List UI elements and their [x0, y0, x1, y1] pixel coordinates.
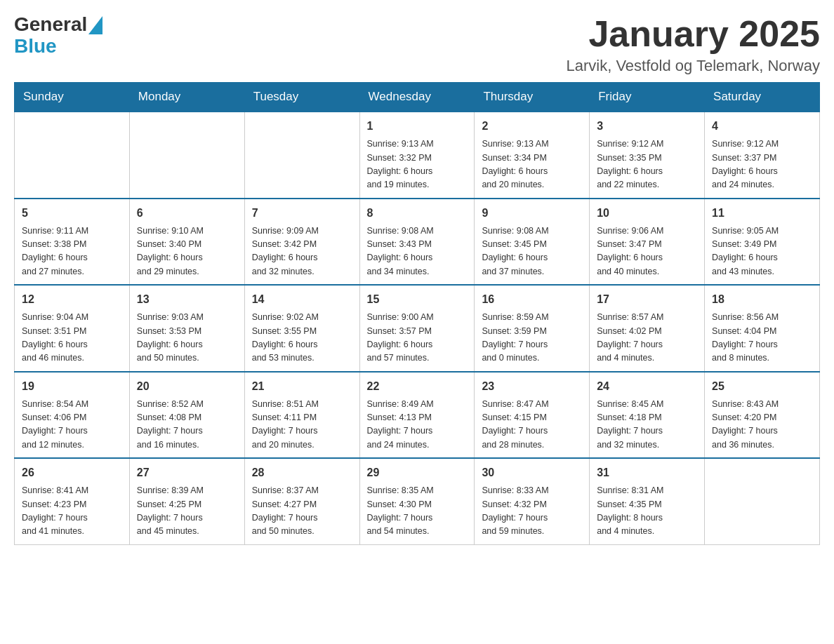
day-number: 19 [22, 378, 122, 395]
svg-marker-0 [88, 16, 102, 34]
day-info: Sunrise: 8:41 AM Sunset: 4:23 PM Dayligh… [22, 484, 122, 539]
calendar-cell: 20Sunrise: 8:52 AM Sunset: 4:08 PM Dayli… [129, 372, 244, 459]
day-info: Sunrise: 8:37 AM Sunset: 4:27 PM Dayligh… [252, 484, 352, 539]
day-number: 29 [367, 464, 468, 481]
day-number: 30 [482, 464, 582, 481]
calendar-cell: 10Sunrise: 9:06 AM Sunset: 3:47 PM Dayli… [590, 199, 705, 286]
day-info: Sunrise: 9:02 AM Sunset: 3:55 PM Dayligh… [252, 311, 352, 365]
day-number: 9 [482, 205, 582, 222]
day-number: 25 [712, 378, 812, 395]
day-info: Sunrise: 9:03 AM Sunset: 3:53 PM Dayligh… [137, 311, 237, 365]
calendar-cell [244, 112, 359, 199]
day-info: Sunrise: 8:33 AM Sunset: 4:32 PM Dayligh… [482, 484, 582, 539]
day-info: Sunrise: 9:13 AM Sunset: 3:34 PM Dayligh… [482, 137, 582, 192]
calendar-cell [705, 458, 820, 544]
day-info: Sunrise: 8:43 AM Sunset: 4:20 PM Dayligh… [712, 398, 812, 452]
day-info: Sunrise: 9:09 AM Sunset: 3:42 PM Dayligh… [252, 224, 352, 279]
day-info: Sunrise: 9:12 AM Sunset: 3:37 PM Dayligh… [712, 137, 812, 192]
day-info: Sunrise: 9:08 AM Sunset: 3:43 PM Dayligh… [367, 224, 468, 279]
day-number: 28 [252, 464, 352, 481]
day-info: Sunrise: 8:31 AM Sunset: 4:35 PM Dayligh… [597, 484, 697, 539]
day-number: 18 [712, 291, 812, 308]
month-title: January 2025 [566, 14, 820, 54]
day-number: 31 [597, 464, 697, 481]
header-saturday: Saturday [705, 83, 820, 112]
header-wednesday: Wednesday [359, 83, 475, 112]
logo-text-blue: Blue [14, 35, 57, 57]
day-info: Sunrise: 8:51 AM Sunset: 4:11 PM Dayligh… [252, 398, 352, 452]
day-number: 26 [22, 464, 122, 481]
week-row-4: 19Sunrise: 8:54 AM Sunset: 4:06 PM Dayli… [15, 372, 820, 459]
day-info: Sunrise: 9:00 AM Sunset: 3:57 PM Dayligh… [367, 311, 468, 365]
calendar-cell: 22Sunrise: 8:49 AM Sunset: 4:13 PM Dayli… [359, 372, 475, 459]
calendar-cell: 1Sunrise: 9:13 AM Sunset: 3:32 PM Daylig… [359, 112, 475, 199]
day-info: Sunrise: 9:10 AM Sunset: 3:40 PM Dayligh… [137, 224, 237, 279]
day-info: Sunrise: 8:39 AM Sunset: 4:25 PM Dayligh… [137, 484, 237, 539]
day-number: 17 [597, 291, 697, 308]
day-info: Sunrise: 8:52 AM Sunset: 4:08 PM Dayligh… [137, 398, 237, 452]
calendar-cell: 28Sunrise: 8:37 AM Sunset: 4:27 PM Dayli… [244, 458, 359, 544]
day-number: 1 [367, 118, 468, 135]
day-info: Sunrise: 8:54 AM Sunset: 4:06 PM Dayligh… [22, 398, 122, 452]
day-number: 21 [252, 378, 352, 395]
day-info: Sunrise: 8:59 AM Sunset: 3:59 PM Dayligh… [482, 311, 582, 365]
title-area: January 2025 Larvik, Vestfold og Telemar… [566, 14, 820, 75]
calendar-cell: 23Sunrise: 8:47 AM Sunset: 4:15 PM Dayli… [475, 372, 590, 459]
day-number: 22 [367, 378, 468, 395]
calendar-cell: 2Sunrise: 9:13 AM Sunset: 3:34 PM Daylig… [475, 112, 590, 199]
calendar-cell: 24Sunrise: 8:45 AM Sunset: 4:18 PM Dayli… [590, 372, 705, 459]
calendar-cell: 19Sunrise: 8:54 AM Sunset: 4:06 PM Dayli… [15, 372, 130, 459]
calendar-cell: 4Sunrise: 9:12 AM Sunset: 3:37 PM Daylig… [705, 112, 820, 199]
day-number: 15 [367, 291, 468, 308]
calendar-cell: 18Sunrise: 8:56 AM Sunset: 4:04 PM Dayli… [705, 285, 820, 372]
week-row-2: 5Sunrise: 9:11 AM Sunset: 3:38 PM Daylig… [15, 199, 820, 286]
calendar-cell: 26Sunrise: 8:41 AM Sunset: 4:23 PM Dayli… [15, 458, 130, 544]
day-info: Sunrise: 8:56 AM Sunset: 4:04 PM Dayligh… [712, 311, 812, 365]
day-info: Sunrise: 9:06 AM Sunset: 3:47 PM Dayligh… [597, 224, 697, 279]
day-number: 10 [597, 205, 697, 222]
calendar-cell: 11Sunrise: 9:05 AM Sunset: 3:49 PM Dayli… [705, 199, 820, 286]
calendar-cell: 5Sunrise: 9:11 AM Sunset: 3:38 PM Daylig… [15, 199, 130, 286]
day-info: Sunrise: 8:47 AM Sunset: 4:15 PM Dayligh… [482, 398, 582, 452]
day-info: Sunrise: 8:35 AM Sunset: 4:30 PM Dayligh… [367, 484, 468, 539]
calendar-cell: 21Sunrise: 8:51 AM Sunset: 4:11 PM Dayli… [244, 372, 359, 459]
day-number: 4 [712, 118, 812, 135]
day-info: Sunrise: 9:12 AM Sunset: 3:35 PM Dayligh… [597, 137, 697, 192]
day-info: Sunrise: 9:13 AM Sunset: 3:32 PM Dayligh… [367, 137, 468, 192]
page-header: General Blue January 2025 Larvik, Vestfo… [14, 14, 820, 75]
calendar-cell: 9Sunrise: 9:08 AM Sunset: 3:45 PM Daylig… [475, 199, 590, 286]
calendar-cell: 6Sunrise: 9:10 AM Sunset: 3:40 PM Daylig… [129, 199, 244, 286]
location-title: Larvik, Vestfold og Telemark, Norway [566, 57, 820, 75]
calendar-cell: 7Sunrise: 9:09 AM Sunset: 3:42 PM Daylig… [244, 199, 359, 286]
week-row-1: 1Sunrise: 9:13 AM Sunset: 3:32 PM Daylig… [15, 112, 820, 199]
calendar-cell [15, 112, 130, 199]
header-friday: Friday [590, 83, 705, 112]
day-info: Sunrise: 9:08 AM Sunset: 3:45 PM Dayligh… [482, 224, 582, 279]
day-number: 11 [712, 205, 812, 222]
day-number: 20 [137, 378, 237, 395]
calendar-cell: 25Sunrise: 8:43 AM Sunset: 4:20 PM Dayli… [705, 372, 820, 459]
calendar-cell: 31Sunrise: 8:31 AM Sunset: 4:35 PM Dayli… [590, 458, 705, 544]
day-info: Sunrise: 8:49 AM Sunset: 4:13 PM Dayligh… [367, 398, 468, 452]
day-number: 12 [22, 291, 122, 308]
calendar-cell: 30Sunrise: 8:33 AM Sunset: 4:32 PM Dayli… [475, 458, 590, 544]
header-sunday: Sunday [15, 83, 130, 112]
calendar-cell: 13Sunrise: 9:03 AM Sunset: 3:53 PM Dayli… [129, 285, 244, 372]
day-number: 6 [137, 205, 237, 222]
day-info: Sunrise: 8:57 AM Sunset: 4:02 PM Dayligh… [597, 311, 697, 365]
day-number: 13 [137, 291, 237, 308]
day-info: Sunrise: 9:04 AM Sunset: 3:51 PM Dayligh… [22, 311, 122, 365]
calendar-header-row: SundayMondayTuesdayWednesdayThursdayFrid… [15, 83, 820, 112]
calendar-cell: 16Sunrise: 8:59 AM Sunset: 3:59 PM Dayli… [475, 285, 590, 372]
week-row-5: 26Sunrise: 8:41 AM Sunset: 4:23 PM Dayli… [15, 458, 820, 544]
calendar-cell: 29Sunrise: 8:35 AM Sunset: 4:30 PM Dayli… [359, 458, 475, 544]
logo-text-general: General [14, 14, 87, 36]
day-info: Sunrise: 8:45 AM Sunset: 4:18 PM Dayligh… [597, 398, 697, 452]
calendar-cell: 8Sunrise: 9:08 AM Sunset: 3:43 PM Daylig… [359, 199, 475, 286]
calendar-cell: 12Sunrise: 9:04 AM Sunset: 3:51 PM Dayli… [15, 285, 130, 372]
calendar-cell: 17Sunrise: 8:57 AM Sunset: 4:02 PM Dayli… [590, 285, 705, 372]
day-number: 7 [252, 205, 352, 222]
day-number: 3 [597, 118, 697, 135]
logo-triangle-icon [88, 16, 102, 34]
calendar-cell: 15Sunrise: 9:00 AM Sunset: 3:57 PM Dayli… [359, 285, 475, 372]
